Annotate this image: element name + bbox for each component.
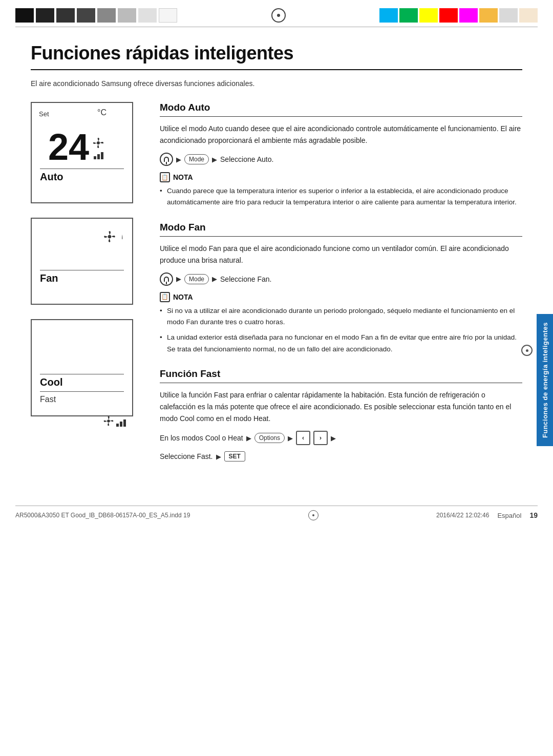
signal-bars-auto: [94, 150, 103, 159]
display-box-fan: i Fan: [31, 218, 133, 305]
footer: AR5000&A3050 ET Good_IB_DB68-06157A-00_E…: [15, 506, 538, 524]
fan-icon-fan-mode: i: [102, 229, 123, 248]
display-box-cool-fast: Cool Fast: [31, 319, 133, 416]
footer-page-lang: Español: [497, 512, 521, 519]
instruction-fan: ▶ Mode ▶ Seleccione Fan.: [160, 272, 522, 286]
display-box-auto: Set °C 24: [31, 102, 133, 203]
instruction-text-fan: Seleccione Fan.: [220, 275, 271, 283]
print-marks: [0, 0, 553, 25]
mode-sub-label-fast: Fast: [40, 395, 56, 404]
nav-left-fast[interactable]: ‹: [296, 431, 310, 445]
section-title-auto: Modo Auto: [160, 102, 522, 113]
mode-label-line-fan: [40, 270, 124, 270]
mode-button-fan: Mode: [184, 274, 209, 284]
note-box-fan: 📋 NOTA Si no va a utilizar el aire acond…: [160, 292, 522, 355]
set-button-fast[interactable]: SET: [224, 451, 245, 461]
mode-label-auto: Auto: [40, 171, 63, 183]
section-text-fast: Utilice la función Fast para enfriar o c…: [160, 389, 522, 425]
signal-bars-cool: [116, 417, 126, 427]
instruction-text-auto: Seleccione Auto.: [220, 155, 273, 163]
section-text-fan: Utilice el modo Fan para que el aire aco…: [160, 243, 522, 266]
footer-left: AR5000&A3050 ET Good_IB_DB68-06157A-00_E…: [15, 512, 190, 519]
note-icon-auto: 📋: [160, 172, 170, 182]
left-column: Set °C 24: [31, 102, 143, 475]
fan-icon-auto: [91, 136, 105, 150]
register-circle-top: [271, 8, 286, 23]
set-label-auto: Set: [39, 110, 49, 118]
register-circle-bottom: [308, 510, 318, 520]
instruction-auto: ▶ Mode ▶ Seleccione Auto.: [160, 153, 522, 166]
footer-page-number: 19: [529, 511, 538, 519]
note-icon-fan: 📋: [160, 292, 170, 302]
power-button-fan: [160, 272, 173, 286]
intro-text: El aire acondicionado Samsung ofrece div…: [31, 79, 522, 88]
side-tab-register: [521, 345, 533, 356]
note-item-auto-0: Cuando parece que la temperatura interio…: [160, 185, 522, 208]
section-funcion-fast: Función Fast Utilice la función Fast par…: [160, 368, 522, 461]
mode-label-cool: Cool: [40, 376, 62, 388]
mode-button-auto: Mode: [184, 154, 209, 164]
main-layout: Set °C 24: [31, 102, 522, 475]
title-underline: [31, 69, 522, 70]
section-hr-auto: [160, 116, 522, 117]
instruction-fast-line1: En los modos Cool o Heat ▶ Options ▶ ‹ ›…: [160, 431, 522, 445]
temp-number-auto: 24: [48, 129, 89, 165]
temp-unit-auto: °C: [97, 108, 107, 117]
options-button-fast: Options: [254, 433, 285, 443]
svg-point-0: [97, 141, 100, 144]
power-button-auto: [160, 153, 173, 166]
svg-point-1: [108, 235, 111, 238]
svg-point-2: [107, 419, 110, 423]
section-text-auto: Utilice el modo Auto cuando desee que el…: [160, 123, 522, 146]
footer-right-group: 2016/4/22 12:02:46 Español 19: [436, 511, 538, 519]
section-hr-fast: [160, 383, 522, 383]
section-title-fan: Modo Fan: [160, 222, 522, 233]
instruction-text-fast-2: Seleccione Fast.: [160, 452, 213, 460]
right-column: Modo Auto Utilice el modo Auto cuando de…: [160, 102, 522, 475]
note-item-fan-0: Si no va a utilizar el aire acondicionad…: [160, 305, 522, 328]
instruction-fast-line2: Seleccione Fast. ▶ SET: [160, 451, 522, 461]
registration-marks-left: [15, 8, 177, 23]
fan-icon-cool-fast: [102, 330, 126, 428]
note-box-auto: 📋 NOTA Cuando parece que la temperatura …: [160, 172, 522, 208]
mode-label-fan: Fan: [40, 272, 58, 284]
mode-label-line-auto: [40, 169, 124, 169]
side-tab: Funciones de energía inteligentes: [537, 314, 553, 446]
note-title-auto: 📋 NOTA: [160, 172, 522, 182]
footer-center: [308, 510, 318, 520]
nav-right-fast[interactable]: ›: [313, 431, 328, 445]
section-modo-auto: Modo Auto Utilice el modo Auto cuando de…: [160, 102, 522, 208]
note-item-fan-1: La unidad exterior está diseñada para no…: [160, 332, 522, 355]
section-title-fast: Función Fast: [160, 368, 522, 380]
section-modo-fan: Modo Fan Utilice el modo Fan para que el…: [160, 222, 522, 355]
footer-right: 2016/4/22 12:02:46: [436, 512, 489, 519]
note-title-fan: 📋 NOTA: [160, 292, 522, 302]
page-title: Funciones rápidas inteligentes: [31, 43, 522, 64]
section-hr-fan: [160, 236, 522, 237]
page-content: Funciones rápidas inteligentes El aire a…: [0, 27, 553, 506]
color-bars: [379, 8, 538, 23]
instruction-text-fast-1: En los modos Cool o Heat: [160, 434, 243, 442]
